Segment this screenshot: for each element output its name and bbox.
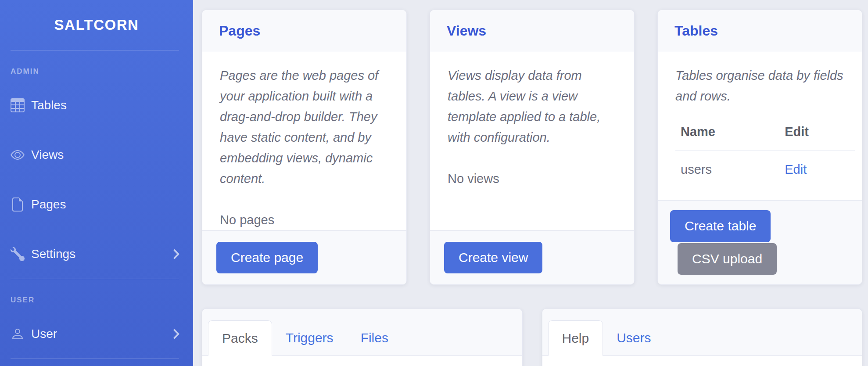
pages-card-footer: Create page — [202, 230, 406, 285]
person-icon — [11, 327, 25, 341]
tables-list-header-row: Name Edit — [675, 113, 855, 151]
tab-files[interactable]: Files — [347, 320, 402, 356]
column-header-name: Name — [675, 113, 779, 151]
tab-users[interactable]: Users — [603, 320, 664, 356]
sidebar-divider — [11, 279, 179, 279]
help-card-tabbar: Help Users — [542, 309, 862, 356]
sidebar-item-views[interactable]: Views — [0, 130, 193, 179]
sidebar-item-tables[interactable]: Tables — [0, 80, 193, 130]
table-icon — [11, 98, 25, 112]
tables-card-footer: Create table CSV upload — [658, 200, 862, 284]
tab-help[interactable]: Help — [548, 320, 603, 356]
sidebar: SALTCORN ADMIN Tables Views Pages Settin… — [0, 0, 193, 366]
sidebar-section-admin-label: ADMIN — [11, 67, 183, 76]
main-content: Pages Pages are the web pages of your ap… — [193, 0, 868, 366]
bottom-cards-row: Packs Triggers Files Help Users — [202, 309, 862, 366]
pages-description: Pages are the web pages of your applicat… — [220, 65, 389, 189]
views-description: Views display data from tables. A view i… — [448, 65, 617, 148]
eye-icon — [11, 148, 25, 162]
tables-card-body: Tables organise data by fields and rows.… — [658, 52, 862, 200]
views-card: Views Views display data from tables. A … — [430, 10, 635, 285]
help-card: Help Users — [542, 309, 863, 366]
sidebar-section-user-label: USER — [11, 296, 183, 305]
entity-cards-row: Pages Pages are the web pages of your ap… — [202, 10, 862, 285]
sidebar-item-label: Views — [31, 148, 64, 162]
csv-upload-button[interactable]: CSV upload — [678, 243, 777, 275]
create-view-button[interactable]: Create view — [444, 242, 542, 274]
views-card-footer: Create view — [430, 230, 634, 285]
sidebar-item-label: Pages — [31, 197, 66, 212]
views-card-title: Views — [430, 10, 634, 52]
file-icon — [11, 197, 25, 212]
tables-list: Name Edit users Edit — [675, 113, 855, 188]
tab-packs[interactable]: Packs — [208, 320, 272, 356]
sidebar-item-pages[interactable]: Pages — [0, 179, 193, 229]
table-name-cell: users — [675, 151, 779, 188]
sidebar-divider — [11, 359, 179, 359]
tables-card-title: Tables — [658, 10, 862, 52]
packs-card-tabbar: Packs Triggers Files — [202, 309, 522, 356]
app-logo[interactable]: SALTCORN — [0, 0, 193, 50]
sidebar-item-settings[interactable]: Settings — [0, 229, 193, 279]
sidebar-divider — [11, 50, 179, 50]
table-row: users Edit — [675, 151, 855, 188]
pages-card-title: Pages — [202, 10, 406, 52]
sidebar-item-label: Tables — [31, 98, 67, 112]
column-header-edit: Edit — [779, 113, 855, 151]
help-tab-content — [542, 356, 862, 366]
chevron-right-icon — [171, 249, 182, 259]
wrench-icon — [11, 247, 25, 261]
tables-card: Tables Tables organise data by fields an… — [657, 10, 862, 285]
create-page-button[interactable]: Create page — [216, 242, 318, 274]
tables-description: Tables organise data by fields and rows. — [675, 65, 855, 107]
packs-card: Packs Triggers Files — [202, 309, 523, 366]
edit-link[interactable]: Edit — [785, 162, 807, 176]
sidebar-item-user[interactable]: User — [0, 309, 193, 359]
views-empty-text: No views — [448, 169, 617, 189]
tab-triggers[interactable]: Triggers — [272, 320, 347, 356]
chevron-right-icon — [171, 329, 182, 339]
sidebar-item-label: Settings — [31, 247, 75, 261]
pages-card: Pages Pages are the web pages of your ap… — [202, 10, 407, 285]
sidebar-item-label: User — [31, 327, 57, 341]
views-card-body: Views display data from tables. A view i… — [430, 52, 634, 230]
pages-card-body: Pages are the web pages of your applicat… — [202, 52, 406, 230]
pages-empty-text: No pages — [220, 210, 389, 230]
create-table-button[interactable]: Create table — [670, 210, 771, 242]
packs-tab-content — [202, 356, 522, 366]
